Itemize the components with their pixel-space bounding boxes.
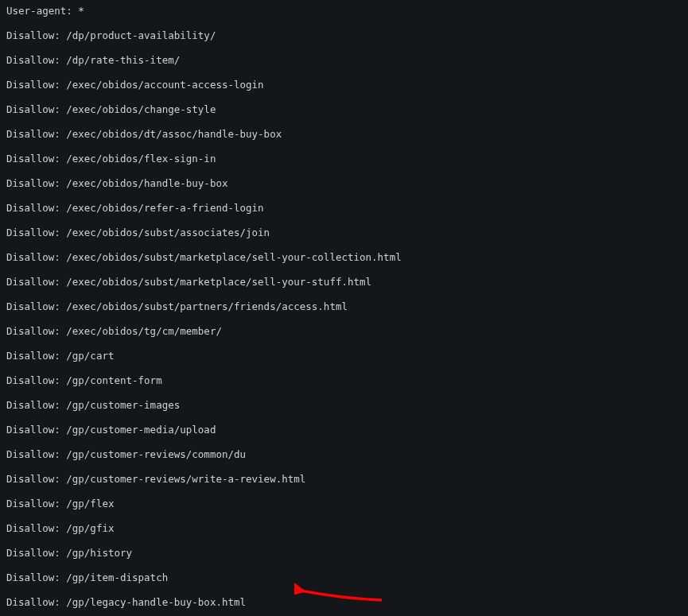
rule-directive: Disallow: xyxy=(6,300,60,312)
directive-label: User-agent: xyxy=(6,5,72,17)
robots-rule-line: Disallow: /gp/legacy-handle-buy-box.html xyxy=(6,596,682,609)
rule-path: /exec/obidos/account-access-login xyxy=(66,79,263,91)
rule-directive: Disallow: xyxy=(6,54,60,66)
robots-rule-line: Disallow: /gp/history xyxy=(6,547,682,560)
robots-rule-line: Disallow: /dp/product-availability/ xyxy=(6,29,682,42)
rule-directive: Disallow: xyxy=(6,177,60,189)
rule-path: /gp/customer-reviews/write-a-review.html xyxy=(66,473,305,485)
rule-directive: Disallow: xyxy=(6,596,60,608)
robots-rule-line: Disallow: /dp/rate-this-item/ xyxy=(6,54,682,67)
rule-directive: Disallow: xyxy=(6,29,60,41)
robots-rule-line: Disallow: /gp/content-form xyxy=(6,374,682,387)
rule-path: /exec/obidos/flex-sign-in xyxy=(66,153,216,165)
robots-rule-line: Disallow: /exec/obidos/subst/marketplace… xyxy=(6,251,682,264)
rule-directive: Disallow: xyxy=(6,399,60,411)
rule-directive: Disallow: xyxy=(6,448,60,460)
rule-path: /exec/obidos/dt/assoc/handle-buy-box xyxy=(66,128,282,140)
rule-directive: Disallow: xyxy=(6,227,60,238)
rule-path: /gp/content-form xyxy=(66,374,161,386)
robots-rule-line: Disallow: /exec/obidos/subst/marketplace… xyxy=(6,276,682,289)
rule-path: /exec/obidos/handle-buy-box xyxy=(66,177,227,189)
rule-path: /exec/obidos/tg/cm/member/ xyxy=(66,325,222,337)
rule-path: /exec/obidos/subst/associates/join xyxy=(66,227,270,238)
robots-rule-line: Disallow: /gp/item-dispatch xyxy=(6,571,682,584)
robots-rule-line: Disallow: /exec/obidos/subst/partners/fr… xyxy=(6,300,682,313)
rule-directive: Disallow: xyxy=(6,350,60,362)
rule-path: /gp/customer-media/upload xyxy=(66,424,216,436)
rule-directive: Disallow: xyxy=(6,473,60,485)
rule-directive: Disallow: xyxy=(6,128,60,140)
rule-directive: Disallow: xyxy=(6,424,60,436)
rule-path: /exec/obidos/refer-a-friend-login xyxy=(66,202,263,214)
rule-directive: Disallow: xyxy=(6,79,60,91)
rule-directive: Disallow: xyxy=(6,103,60,115)
rule-directive: Disallow: xyxy=(6,325,60,337)
rule-directive: Disallow: xyxy=(6,276,60,288)
robots-rule-line: Disallow: /exec/obidos/handle-buy-box xyxy=(6,177,682,190)
robots-rule-line: Disallow: /gp/gfix xyxy=(6,522,682,535)
rule-directive: Disallow: xyxy=(6,251,60,263)
rule-path: /gp/customer-reviews/common/du xyxy=(66,448,246,460)
robots-rule-line: Disallow: /gp/customer-images xyxy=(6,399,682,412)
rule-directive: Disallow: xyxy=(6,153,60,165)
rule-directive: Disallow: xyxy=(6,202,60,214)
robots-rule-line: Disallow: /exec/obidos/account-access-lo… xyxy=(6,79,682,91)
rule-directive: Disallow: xyxy=(6,522,60,534)
rule-directive: Disallow: xyxy=(6,498,60,509)
user-agent-line: User-agent: * xyxy=(6,5,682,17)
rule-path: /exec/obidos/subst/partners/friends/acce… xyxy=(66,300,348,312)
rule-path: /gp/gfix xyxy=(66,522,114,534)
robots-rule-line: Disallow: /gp/cart xyxy=(6,350,682,362)
robots-rule-line: Disallow: /exec/obidos/tg/cm/member/ xyxy=(6,325,682,338)
directive-value: * xyxy=(78,5,84,17)
robots-rule-line: Disallow: /exec/obidos/subst/associates/… xyxy=(6,227,682,239)
rule-directive: Disallow: xyxy=(6,571,60,583)
robots-rule-line: Disallow: /gp/customer-reviews/write-a-r… xyxy=(6,473,682,486)
rule-path: /exec/obidos/subst/marketplace/sell-your… xyxy=(66,276,371,288)
robots-rule-line: Disallow: /exec/obidos/change-style xyxy=(6,103,682,116)
rule-path: /exec/obidos/subst/marketplace/sell-your… xyxy=(66,251,401,263)
rule-path: /gp/history xyxy=(66,547,132,559)
rule-path: /exec/obidos/change-style xyxy=(66,103,216,115)
rule-path: /gp/customer-images xyxy=(66,399,180,411)
rule-path: /gp/legacy-handle-buy-box.html xyxy=(66,596,246,608)
rule-path: /dp/product-availability/ xyxy=(66,29,216,41)
robots-txt-content: User-agent: * Disallow: /dp/product-avai… xyxy=(0,0,688,616)
robots-rule-line: Disallow: /gp/flex xyxy=(6,498,682,510)
robots-rule-line: Disallow: /gp/customer-reviews/common/du xyxy=(6,448,682,461)
rule-directive: Disallow: xyxy=(6,374,60,386)
robots-rule-line: Disallow: /exec/obidos/flex-sign-in xyxy=(6,153,682,165)
rule-path: /gp/flex xyxy=(66,498,114,509)
rule-path: /dp/rate-this-item/ xyxy=(66,54,180,66)
robots-rule-line: Disallow: /gp/customer-media/upload xyxy=(6,424,682,436)
rule-path: /gp/item-dispatch xyxy=(66,571,168,583)
robots-rule-line: Disallow: /exec/obidos/refer-a-friend-lo… xyxy=(6,202,682,215)
rule-path: /gp/cart xyxy=(66,350,114,362)
robots-rule-line: Disallow: /exec/obidos/dt/assoc/handle-b… xyxy=(6,128,682,141)
rule-directive: Disallow: xyxy=(6,547,60,559)
